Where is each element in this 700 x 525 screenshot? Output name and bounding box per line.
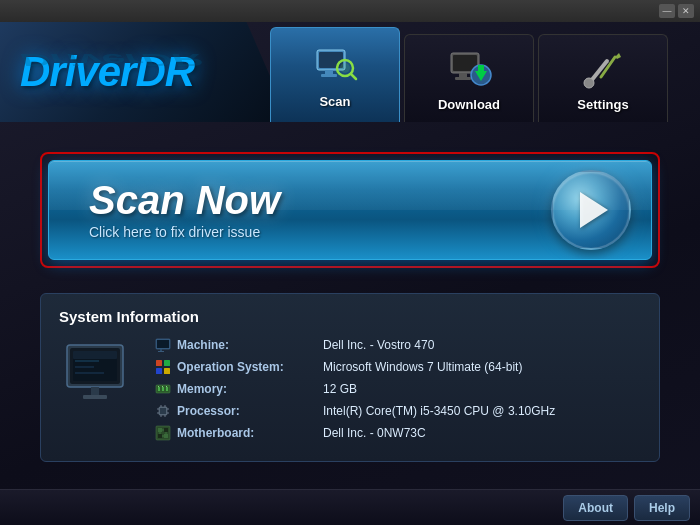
svg-rect-41 <box>166 386 167 387</box>
processor-label: Processor: <box>177 404 317 418</box>
scan-arrow-button[interactable] <box>551 170 631 250</box>
svg-rect-40 <box>162 386 163 387</box>
svg-rect-54 <box>164 428 168 432</box>
svg-line-5 <box>351 74 356 79</box>
svg-rect-39 <box>158 386 159 387</box>
scan-tab-icon <box>311 42 359 90</box>
svg-rect-30 <box>158 351 164 352</box>
svg-rect-3 <box>321 74 337 77</box>
memory-icon <box>155 381 171 397</box>
scan-text-area: Scan Now Click here to fix driver issue <box>89 180 280 240</box>
machine-icon <box>155 337 171 353</box>
svg-rect-21 <box>91 387 99 395</box>
table-row: Processor: Intel(R) Core(TM) i5-3450 CPU… <box>155 403 641 419</box>
close-button[interactable]: ✕ <box>678 4 694 18</box>
tab-download[interactable]: Download <box>404 34 534 122</box>
svg-rect-28 <box>157 340 169 348</box>
machine-label: Machine: <box>177 338 317 352</box>
tab-download-label: Download <box>438 97 500 112</box>
machine-value: Dell Inc. - Vostro 470 <box>323 338 434 352</box>
svg-rect-13 <box>478 65 484 73</box>
system-info-table: Machine: Dell Inc. - Vostro 470 Operatio… <box>155 337 641 447</box>
main-container: DriverDR DriverDR <box>0 22 700 525</box>
svg-rect-10 <box>455 77 471 80</box>
svg-rect-38 <box>166 387 168 391</box>
svg-point-6 <box>340 63 350 73</box>
tab-scan-label: Scan <box>319 94 350 109</box>
svg-rect-22 <box>83 395 107 399</box>
system-info-panel: System Information <box>40 293 660 462</box>
system-info-title: System Information <box>59 308 641 325</box>
cpu-icon <box>155 403 171 419</box>
svg-rect-9 <box>459 73 467 77</box>
svg-rect-29 <box>160 349 162 351</box>
os-label: Operation System: <box>177 360 317 374</box>
settings-tab-icon <box>579 45 627 93</box>
svg-rect-34 <box>164 368 170 374</box>
scan-arrow-icon <box>580 192 608 228</box>
logo-area: DriverDR DriverDR <box>0 22 290 122</box>
table-row: Memory: 12 GB <box>155 381 641 397</box>
logo-reflection: DriverDR <box>20 50 202 69</box>
svg-rect-2 <box>325 70 333 74</box>
scan-now-container: Scan Now Click here to fix driver issue <box>40 152 660 268</box>
svg-rect-55 <box>158 434 162 438</box>
svg-rect-1 <box>319 52 343 68</box>
content-area: Scan Now Click here to fix driver issue … <box>0 122 700 482</box>
svg-rect-53 <box>158 428 162 432</box>
motherboard-label: Motherboard: <box>177 426 317 440</box>
motherboard-value: Dell Inc. - 0NW73C <box>323 426 426 440</box>
tab-settings[interactable]: Settings <box>538 34 668 122</box>
download-tab-icon <box>445 45 493 93</box>
motherboard-icon <box>155 425 171 441</box>
scan-now-title: Scan Now <box>89 180 280 220</box>
processor-value: Intel(R) Core(TM) i5-3450 CPU @ 3.10GHz <box>323 404 555 418</box>
tab-scan[interactable]: Scan <box>270 27 400 122</box>
svg-rect-23 <box>73 351 117 359</box>
scan-now-button[interactable]: Scan Now Click here to fix driver issue <box>48 160 652 260</box>
help-button[interactable]: Help <box>634 495 690 521</box>
system-info-content: Machine: Dell Inc. - Vostro 470 Operatio… <box>59 337 641 447</box>
scan-now-subtitle: Click here to fix driver issue <box>89 224 260 240</box>
svg-rect-36 <box>158 387 160 391</box>
monitor-icon <box>59 337 139 417</box>
svg-rect-33 <box>156 368 162 374</box>
nav-tabs: Scan Download <box>270 32 672 122</box>
svg-rect-37 <box>162 387 164 391</box>
os-icon <box>155 359 171 375</box>
svg-rect-32 <box>164 360 170 366</box>
minimize-button[interactable]: — <box>659 4 675 18</box>
table-row: Motherboard: Dell Inc. - 0NW73C <box>155 425 641 441</box>
svg-point-15 <box>584 78 594 88</box>
os-value: Microsoft Windows 7 Ultimate (64-bit) <box>323 360 522 374</box>
svg-rect-31 <box>156 360 162 366</box>
header: DriverDR DriverDR <box>0 22 700 122</box>
memory-value: 12 GB <box>323 382 357 396</box>
about-button[interactable]: About <box>563 495 628 521</box>
table-row: Machine: Dell Inc. - Vostro 470 <box>155 337 641 353</box>
bottom-bar: About Help <box>0 489 700 525</box>
table-row: Operation System: Microsoft Windows 7 Ul… <box>155 359 641 375</box>
svg-rect-43 <box>160 408 166 414</box>
svg-rect-56 <box>164 434 168 438</box>
memory-label: Memory: <box>177 382 317 396</box>
title-bar: — ✕ <box>0 0 700 22</box>
tab-settings-label: Settings <box>577 97 628 112</box>
